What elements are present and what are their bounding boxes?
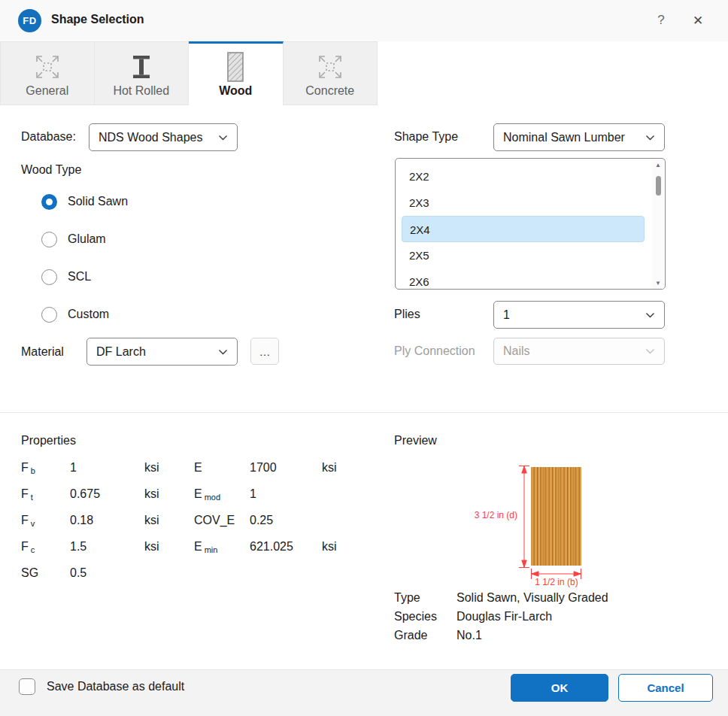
section-divider (0, 412, 728, 413)
property-name: Fv (21, 514, 70, 527)
radio-glulam[interactable]: Glulam (41, 231, 106, 247)
expand-arrows-icon (317, 51, 344, 83)
dialog-title: Shape Selection (51, 13, 144, 26)
property-name: Fc (21, 540, 70, 554)
material-select[interactable]: DF Larch (86, 338, 238, 366)
preview-info-value: Solid Sawn, Visually Graded (457, 591, 608, 605)
property-name: Emin (194, 540, 250, 554)
scroll-up-icon[interactable]: ▲ (655, 159, 661, 171)
footer-bar: Save Database as default OK Cancel (0, 669, 728, 716)
i-beam-icon (130, 51, 153, 83)
preview-info-row: Grade No.1 (394, 629, 482, 642)
shape-type-label: Shape Type (394, 130, 458, 144)
preview-info-row: Species Douglas Fir-Larch (394, 610, 552, 623)
plies-select[interactable]: 1 (493, 301, 665, 329)
radio-solid-sawn[interactable]: Solid Sawn (41, 193, 128, 210)
expand-arrows-icon (34, 51, 61, 83)
chevron-down-icon (645, 312, 655, 318)
plies-value: 1 (503, 308, 510, 322)
database-select[interactable]: NDS Wood Shapes (89, 123, 238, 151)
scroll-thumb[interactable] (656, 176, 661, 196)
database-value: NDS Wood Shapes (99, 131, 202, 144)
list-item[interactable]: 2X6 (402, 268, 645, 290)
property-value: 0.675 (70, 487, 144, 501)
property-value: 1 (70, 461, 144, 475)
property-unit: ksi (144, 487, 194, 501)
height-dimension-line (518, 464, 530, 569)
close-icon[interactable]: ✕ (687, 10, 709, 31)
wood-section-icon (226, 51, 244, 83)
property-name: Emod (194, 487, 250, 501)
radio-button[interactable] (41, 232, 57, 247)
tab-label: Hot Rolled (113, 84, 169, 98)
preview-info-value: Douglas Fir-Larch (457, 610, 552, 623)
save-default-label: Save Database as default (47, 680, 184, 693)
property-name (194, 566, 250, 580)
material-value: DF Larch (96, 345, 146, 359)
property-name: Fb (21, 461, 70, 475)
radio-button[interactable] (41, 269, 57, 285)
properties-heading: Properties (21, 434, 76, 448)
property-value: 1 (250, 487, 322, 501)
list-item[interactable]: 2X2 (402, 163, 645, 190)
tab-label: General (26, 84, 68, 98)
ply-connection-select: Nails (493, 338, 665, 365)
list-item-selected[interactable]: 2X4 (402, 216, 645, 242)
plies-label: Plies (394, 308, 420, 321)
tab-label: Wood (219, 84, 252, 98)
chevron-down-icon (218, 135, 228, 141)
tab-strip: General Hot Rolled (0, 41, 728, 105)
property-name: E (194, 461, 250, 475)
material-more-button[interactable]: … (250, 338, 279, 365)
radio-button-checked[interactable] (41, 194, 57, 210)
scroll-down-icon[interactable]: ▼ (655, 278, 661, 290)
preview-info-row: Type Solid Sawn, Visually Graded (394, 591, 608, 605)
radio-label: Custom (68, 308, 109, 321)
property-value: 0.5 (70, 566, 144, 580)
property-name: SG (21, 566, 70, 580)
preview-heading: Preview (394, 434, 437, 448)
radio-custom[interactable]: Custom (41, 306, 109, 323)
radio-label: Solid Sawn (68, 195, 128, 208)
property-unit: ksi (144, 540, 194, 554)
ply-connection-value: Nails (503, 344, 530, 358)
tab-wood[interactable]: Wood (189, 41, 284, 105)
title-bar: FD Shape Selection ? ✕ (0, 0, 728, 41)
save-default-checkbox[interactable] (19, 678, 35, 695)
property-value: 0.18 (70, 514, 144, 527)
preview-info-label: Type (394, 591, 457, 605)
shape-selection-dialog: FD Shape Selection ? ✕ General (0, 0, 728, 716)
material-label: Material (21, 345, 64, 359)
property-value: 1.5 (70, 540, 144, 554)
tab-general[interactable]: General (0, 41, 95, 105)
list-item[interactable]: 2X5 (402, 242, 645, 268)
preview-info-label: Grade (394, 629, 457, 642)
property-unit: ksi (322, 540, 367, 554)
property-value: 0.25 (250, 514, 322, 527)
radio-button[interactable] (41, 307, 57, 323)
property-unit: ksi (322, 461, 367, 475)
listbox-scrollbar[interactable]: ▲ ▼ (652, 159, 664, 290)
preview-info-label: Species (394, 610, 457, 623)
radio-label: SCL (68, 270, 91, 284)
chevron-down-icon (645, 135, 655, 141)
tab-concrete[interactable]: Concrete (284, 41, 378, 105)
property-unit: ksi (144, 514, 194, 527)
cancel-button[interactable]: Cancel (618, 674, 713, 702)
height-dimension-label: 3 1/2 in (d) (461, 510, 517, 520)
ok-button[interactable]: OK (511, 674, 608, 702)
wood-section-preview (531, 467, 581, 566)
property-name: COV_E (194, 514, 250, 527)
shape-listbox[interactable]: 2X2 2X3 2X4 2X5 2X6 ▲ ▼ (395, 158, 666, 290)
help-button[interactable]: ? (651, 11, 671, 30)
property-value: 621.025 (250, 540, 322, 554)
list-item[interactable]: 2X3 (402, 190, 645, 216)
property-unit: ksi (144, 461, 194, 475)
app-logo: FD (18, 9, 41, 32)
tab-hot-rolled[interactable]: Hot Rolled (95, 41, 190, 105)
chevron-down-icon (218, 349, 228, 355)
wood-type-label: Wood Type (21, 163, 81, 177)
database-label: Database: (21, 130, 76, 144)
radio-scl[interactable]: SCL (41, 268, 91, 285)
shape-type-select[interactable]: Nominal Sawn Lumber (493, 123, 665, 151)
